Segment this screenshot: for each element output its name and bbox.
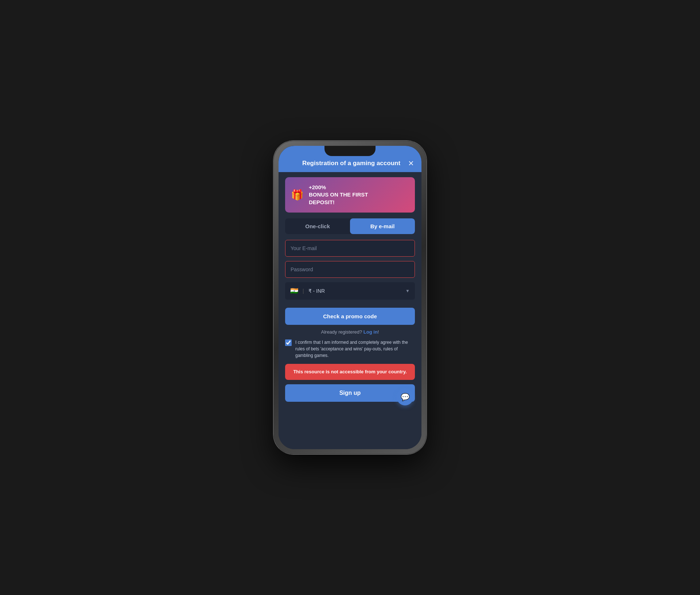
chat-bubble-button[interactable]: 💬 (397, 389, 413, 405)
currency-selector[interactable]: 🇮🇳 | ₹ - INR ▼ (285, 282, 415, 300)
terms-checkbox[interactable] (285, 339, 292, 346)
spacer (285, 304, 415, 308)
promo-code-button[interactable]: Check a promo code (285, 308, 415, 325)
chevron-down-icon: ▼ (405, 288, 410, 293)
screen-content: Registration of a gaming account ✕ 🎁 +20… (279, 146, 421, 449)
tab-one-click[interactable]: One-click (285, 218, 350, 234)
password-input[interactable] (285, 261, 415, 278)
phone-frame: Registration of a gaming account ✕ 🎁 +20… (273, 141, 427, 454)
error-banner: This resource is not accessible from you… (285, 364, 415, 380)
bonus-text: +200% BONUS ON THE FIRST DEPOSIT! (309, 184, 368, 206)
tab-row: One-click By e-mail (285, 218, 415, 234)
flag-icon: 🇮🇳 (290, 287, 298, 295)
currency-label: ₹ - INR (308, 288, 325, 294)
login-link[interactable]: Log in (363, 329, 378, 335)
phone-screen: Registration of a gaming account ✕ 🎁 +20… (279, 146, 421, 449)
terms-checkbox-row: I confirm that I am informed and complet… (285, 339, 415, 359)
terms-label: I confirm that I am informed and complet… (295, 339, 415, 359)
email-input[interactable] (285, 240, 415, 257)
tab-by-email[interactable]: By e-mail (350, 218, 415, 234)
bonus-banner: 🎁 +200% BONUS ON THE FIRST DEPOSIT! (285, 177, 415, 213)
password-field-wrapper (285, 261, 415, 282)
email-field-wrapper (285, 240, 415, 261)
signup-button[interactable]: Sign up (285, 384, 415, 402)
chat-icon: 💬 (401, 393, 410, 401)
close-button[interactable]: ✕ (408, 160, 414, 167)
phone-notch (324, 146, 376, 156)
modal-body: 🎁 +200% BONUS ON THE FIRST DEPOSIT! One-… (279, 172, 421, 449)
gift-icon: 🎁 (291, 189, 304, 201)
modal-title: Registration of a gaming account (295, 160, 408, 167)
already-registered-text: Already registered? Log in! (285, 329, 415, 335)
